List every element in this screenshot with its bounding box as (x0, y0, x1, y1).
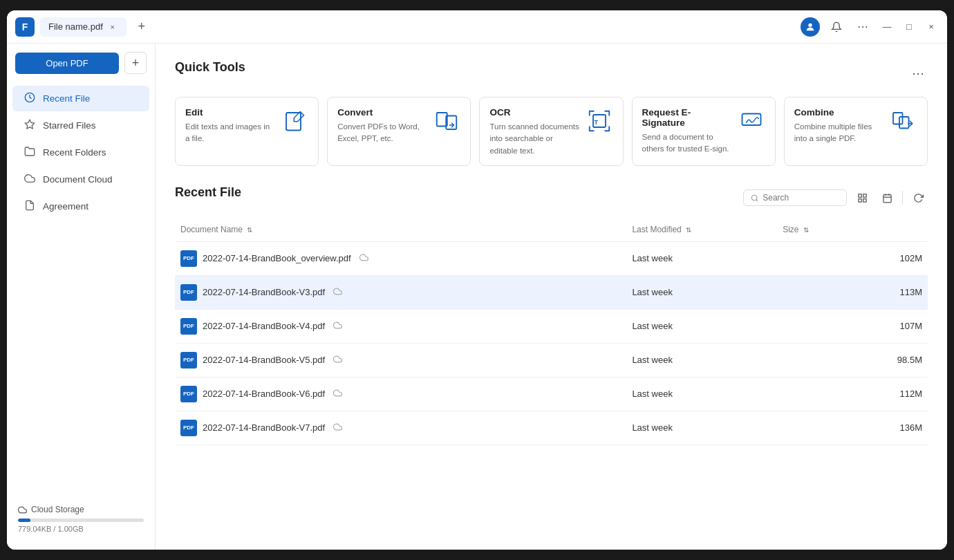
svg-rect-16 (863, 199, 866, 202)
sidebar-label-folders: Recent Folders (43, 147, 106, 158)
file-table: Document Name ⇅ Last Modified ⇅ Size ⇅ (175, 221, 928, 445)
recent-file-header: Recent File (175, 185, 928, 211)
table-row[interactable]: PDF 2022-07-14-BrandBook-V6.pdf Last wee… (175, 377, 928, 411)
file-name: 2022-07-14-BrandBook-V3.pdf (203, 287, 325, 297)
tool-card-edit[interactable]: Edit Edit texts and images in a file. (175, 97, 319, 166)
pdf-icon: PDF (180, 318, 197, 335)
table-row[interactable]: PDF 2022-07-14-BrandBook-V3.pdf Last wee… (175, 275, 928, 309)
search-input[interactable] (763, 193, 839, 203)
tool-name-combine: Combine (794, 107, 884, 118)
sort-name-icon[interactable]: ⇅ (247, 226, 252, 234)
sort-size-icon[interactable]: ⇅ (803, 226, 809, 234)
svg-text:T: T (594, 119, 598, 126)
file-size: 112M (777, 377, 928, 411)
svg-rect-14 (863, 194, 866, 197)
table-row[interactable]: PDF 2022-07-14-BrandBook-V5.pdf Last wee… (175, 343, 928, 377)
new-tab-button[interactable]: + (132, 17, 151, 37)
cloud-sync-icon (333, 389, 342, 400)
file-size: 102M (777, 241, 928, 275)
sidebar-item-starred-files[interactable]: Starred Files (12, 113, 149, 138)
file-name: 2022-07-14-BrandBook-V4.pdf (203, 321, 325, 331)
file-modified: Last week (626, 411, 777, 445)
tool-desc-combine: Combine multiple files into a single PDF… (794, 121, 884, 145)
esig-tool-icon (738, 107, 765, 135)
ocr-tool-icon: T (586, 107, 613, 135)
file-modified: Last week (626, 241, 777, 275)
window-close-button[interactable]: × (924, 19, 939, 35)
sidebar-item-document-cloud[interactable]: Document Cloud (12, 167, 149, 192)
tool-name-edit: Edit (185, 107, 275, 118)
tool-card-ocr[interactable]: OCR Turn scanned documents into searchab… (479, 97, 623, 166)
content-area: Quick Tools ⋯ Edit Edit texts and images… (156, 44, 947, 550)
recent-tools (743, 188, 928, 207)
file-modified: Last week (626, 309, 777, 343)
app-window: F File name.pdf × + ⋯ — □ × (7, 10, 947, 550)
app-icon: F (15, 17, 35, 37)
sidebar: Open PDF + Recent File Starred Files (7, 44, 156, 550)
view-divider (902, 191, 903, 205)
sidebar-item-recent-folders[interactable]: Recent Folders (12, 140, 149, 165)
calendar-view-button[interactable] (877, 188, 897, 207)
search-box[interactable] (743, 189, 847, 206)
tool-desc-edit: Edit texts and images in a file. (185, 121, 275, 145)
refresh-button[interactable] (908, 188, 928, 207)
tool-desc-convert: Convert PDFs to Word, Excel, PPT, etc. (337, 121, 427, 145)
tools-grid: Edit Edit texts and images in a file. (175, 97, 928, 166)
svg-marker-2 (25, 120, 34, 129)
cloud-sync-icon (333, 422, 342, 433)
tool-card-combine[interactable]: Combine Combine multiple files into a si… (784, 97, 928, 166)
pdf-icon: PDF (180, 284, 197, 301)
sidebar-item-recent-file[interactable]: Recent File (12, 86, 149, 111)
svg-point-11 (751, 195, 757, 200)
tool-desc-ocr: Turn scanned documents into searchable o… (489, 121, 579, 157)
pdf-icon: PDF (180, 420, 197, 436)
tool-name-ocr: OCR (489, 107, 579, 118)
sort-modified-icon[interactable]: ⇅ (686, 226, 691, 234)
file-size: 98.5M (777, 343, 928, 377)
tool-name-esig: Request E-Signature (642, 107, 732, 128)
sidebar-label-starred: Starred Files (43, 120, 96, 131)
open-pdf-button[interactable]: Open PDF (15, 53, 119, 74)
quick-tools-more-button[interactable]: ⋯ (908, 64, 928, 83)
sidebar-label-recent-file: Recent File (43, 93, 90, 104)
file-name: 2022-07-14-BrandBook-V7.pdf (203, 422, 325, 433)
file-name: 2022-07-14-BrandBook-V5.pdf (203, 355, 325, 365)
avatar[interactable] (801, 17, 820, 37)
notification-icon[interactable] (827, 17, 846, 37)
cloud-storage-label: Cloud Storage (18, 505, 144, 514)
grid-view-button[interactable] (852, 188, 872, 207)
col-header-size: Size ⇅ (777, 221, 928, 242)
storage-usage-text: 779.04KB / 1.00GB (18, 525, 144, 533)
tool-desc-esig: Send a document to others for trusted E-… (642, 131, 732, 156)
tool-card-convert[interactable]: Convert Convert PDFs to Word, Excel, PPT… (327, 97, 471, 166)
svg-rect-9 (893, 113, 903, 124)
pdf-icon: PDF (180, 352, 197, 368)
quick-tools-header: Quick Tools ⋯ (175, 60, 928, 86)
cloud-storage-section: Cloud Storage 779.04KB / 1.00GB (7, 496, 155, 541)
storage-bar-fill (18, 519, 30, 522)
file-tab[interactable]: File name.pdf × (40, 17, 127, 37)
cloud-sync-icon (359, 253, 368, 264)
tool-card-esignature[interactable]: Request E-Signature Send a document to o… (632, 97, 776, 166)
file-size: 113M (777, 275, 928, 309)
starred-files-icon (24, 119, 36, 132)
document-cloud-icon (24, 173, 36, 186)
more-options-icon[interactable]: ⋯ (853, 17, 872, 37)
svg-rect-8 (742, 114, 760, 126)
storage-bar (18, 519, 144, 522)
sidebar-item-agreement[interactable]: Agreement (12, 194, 149, 219)
pdf-icon: PDF (180, 250, 197, 267)
minimize-button[interactable]: — (879, 19, 895, 35)
file-size: 136M (777, 411, 928, 445)
table-row[interactable]: PDF 2022-07-14-BrandBook-V4.pdf Last wee… (175, 309, 928, 343)
table-row[interactable]: PDF 2022-07-14-BrandBook-V7.pdf Last wee… (175, 411, 928, 445)
svg-rect-10 (899, 117, 909, 129)
maximize-button[interactable]: □ (901, 19, 917, 35)
table-row[interactable]: PDF 2022-07-14-BrandBook_overview.pdf La… (175, 241, 928, 275)
title-bar: F File name.pdf × + ⋯ — □ × (7, 10, 947, 44)
title-bar-left: F File name.pdf × + (15, 17, 801, 37)
tab-close-button[interactable]: × (107, 21, 118, 32)
add-button[interactable]: + (124, 52, 147, 74)
file-modified: Last week (626, 275, 777, 309)
agreement-icon (24, 200, 36, 213)
